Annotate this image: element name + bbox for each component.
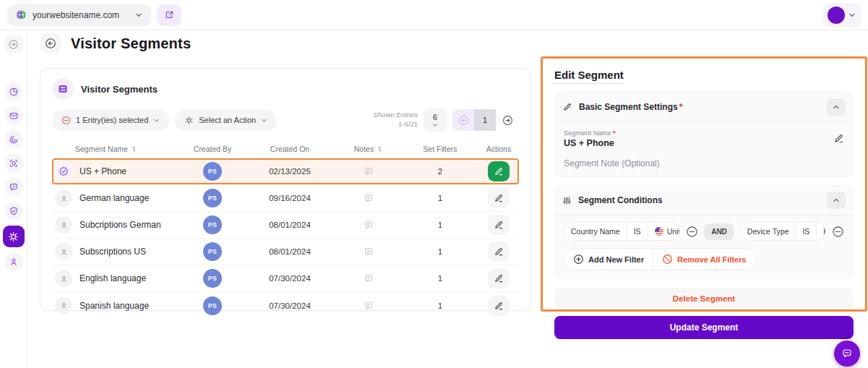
remove-all-filters-button[interactable]: Remove All Filters: [653, 249, 755, 270]
chat-bubble-icon: [9, 182, 19, 192]
condition-chips: Country Name IS United States AND Device…: [564, 222, 844, 241]
filter-field[interactable]: Country Name: [564, 223, 627, 240]
table-row[interactable]: German language PS 09/16/2024 1: [52, 185, 519, 212]
segment-name: German language: [80, 193, 149, 203]
filter-operator[interactable]: IS: [627, 223, 648, 240]
creator-avatar: PS: [203, 162, 222, 181]
page-size-value: 6: [433, 113, 437, 121]
chat-widget-button[interactable]: [834, 341, 860, 367]
segment-note-field[interactable]: Segment Note (Optional): [564, 158, 844, 168]
creator-avatar: PS: [203, 269, 222, 288]
collapse-conditions-button[interactable]: [827, 192, 846, 209]
sidebar-item-heatmaps[interactable]: [4, 154, 23, 173]
segment-name: Spanish language: [80, 301, 149, 311]
note-icon[interactable]: [364, 247, 374, 257]
joiner-chip[interactable]: AND: [704, 223, 734, 240]
table-row[interactable]: Subcriptions German PS 08/01/2024 1: [52, 212, 519, 239]
arrow-left-circle-icon: [45, 38, 56, 49]
edit-segment-button[interactable]: [488, 296, 510, 316]
note-icon[interactable]: [364, 220, 374, 230]
table-row[interactable]: Spanish language PS 07/30/2024 1: [52, 292, 519, 319]
created-on: 07/30/2024: [244, 274, 335, 283]
select-action-dropdown[interactable]: Select an Action: [175, 110, 277, 131]
edit-segment-button[interactable]: [488, 241, 510, 262]
collapse-basic-settings-button[interactable]: [827, 98, 846, 116]
chevron-down-icon: [848, 12, 856, 19]
note-icon[interactable]: [364, 301, 374, 311]
note-icon[interactable]: [364, 193, 374, 203]
add-new-filter-button[interactable]: Add New Filter: [564, 249, 653, 270]
minus-circle-icon: [686, 226, 698, 238]
set-filters-count: 1: [402, 247, 478, 256]
sidebar-toggle-button[interactable]: [4, 35, 23, 54]
sidebar-item-feedback[interactable]: [4, 178, 23, 197]
shield-check-icon: [9, 206, 19, 216]
selected-entries-label: 1 Entry(ies) selected: [76, 116, 148, 124]
pencil-icon: [494, 220, 504, 230]
segment-conditions-section: Segment Conditions Country Name IS Unite…: [554, 185, 854, 279]
column-segment-name[interactable]: Segment Name: [52, 145, 181, 153]
pencil-icon: [494, 166, 504, 176]
globe-icon: [16, 9, 27, 20]
minus-circle-icon: [832, 226, 844, 238]
gear-icon: [8, 231, 19, 242]
column-notes[interactable]: Notes: [335, 145, 402, 153]
update-segment-button[interactable]: Update Segment: [554, 316, 854, 339]
created-on: 08/01/2024: [244, 221, 335, 229]
next-page-button[interactable]: [496, 109, 519, 131]
site-selector[interactable]: yourwebsitename.com: [7, 4, 151, 26]
panel-title: Edit Segment: [554, 69, 624, 84]
current-page[interactable]: 1: [474, 109, 496, 131]
created-on: 07/30/2024: [244, 301, 335, 310]
edit-segment-button[interactable]: [488, 161, 510, 181]
filter-actions: Add New Filter Remove All Filters: [564, 248, 756, 270]
edit-segment-button[interactable]: [488, 215, 510, 235]
creator-avatar: PS: [203, 215, 222, 234]
visitor-icon: [55, 216, 72, 234]
edit-segment-button[interactable]: [488, 268, 510, 288]
edit-segment-button[interactable]: [488, 188, 510, 208]
filter-value-dropdown[interactable]: United States: [648, 223, 681, 240]
remove-filter-button[interactable]: [686, 226, 698, 238]
set-filters-count: 1: [402, 221, 478, 229]
table-row[interactable]: US + Phone PS 02/13/2025 2: [52, 158, 519, 185]
filter-chip: Device Type IS Phone: [740, 222, 826, 241]
note-icon[interactable]: [364, 273, 374, 283]
sidebar-item-privacy[interactable]: [4, 202, 23, 221]
segment-name: English language: [80, 273, 146, 283]
page-size-select[interactable]: 6: [424, 108, 447, 132]
sidebar-item-inbox[interactable]: [4, 106, 23, 125]
column-actions: Actions: [478, 145, 519, 153]
note-icon[interactable]: [364, 166, 374, 176]
sidebar-item-settings[interactable]: [3, 226, 25, 247]
spiral-icon: [9, 134, 19, 145]
table-header: Segment Name Created By Created On Notes…: [52, 140, 519, 158]
pencil-icon: [494, 247, 504, 257]
delete-segment-button[interactable]: Delete Segment: [554, 288, 854, 309]
pencil-icon: [833, 133, 844, 144]
edit-segment-name-button[interactable]: [833, 133, 844, 144]
table-row[interactable]: Subscriptions US PS 08/01/2024 1: [52, 239, 519, 265]
filter-value-dropdown[interactable]: Phone: [816, 223, 826, 240]
back-button[interactable]: [40, 33, 61, 54]
sort-icon: [131, 145, 137, 153]
user-menu[interactable]: [822, 3, 861, 27]
table-row[interactable]: English language PS 07/30/2024 1: [52, 265, 519, 292]
plus-circle-icon: [573, 254, 584, 265]
external-link-icon: [165, 10, 174, 20]
selected-entries-dropdown[interactable]: 1 Entry(ies) selected: [52, 110, 169, 131]
sidebar-item-dashboard[interactable]: [4, 82, 23, 101]
remove-filter-button[interactable]: [832, 226, 844, 238]
filter-field[interactable]: Device Type: [741, 223, 796, 240]
segment-name-value[interactable]: US + Phone: [564, 138, 833, 148]
open-site-button[interactable]: [157, 4, 181, 26]
basic-settings-title: Basic Segment Settings*: [579, 102, 682, 112]
prev-page-button[interactable]: [452, 109, 474, 131]
filter-operator[interactable]: IS: [795, 223, 816, 240]
sidebar-item-recordings[interactable]: [4, 130, 23, 149]
arrow-right-circle-icon: [502, 115, 513, 126]
panel-collapse-icon: [8, 39, 19, 50]
sidebar-item-visitors[interactable]: [4, 252, 23, 271]
creator-avatar: PS: [203, 242, 222, 261]
chevron-up-icon: [833, 197, 840, 204]
